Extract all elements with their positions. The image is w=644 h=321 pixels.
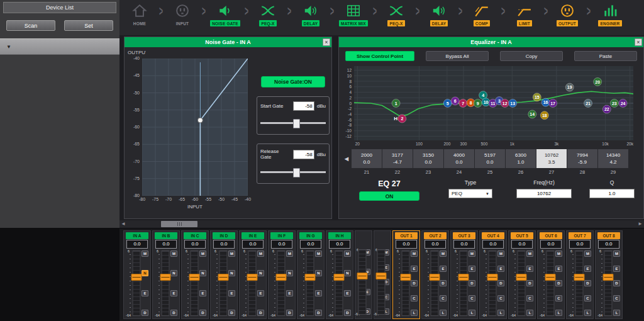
channel-strip-out-3[interactable]: OUT 30.06-64MEDCL — [450, 230, 478, 319]
fader[interactable] — [429, 249, 440, 317]
fader[interactable] — [458, 249, 469, 317]
channel-limit-button[interactable]: L — [555, 310, 562, 316]
channel-limit-button[interactable]: L — [497, 310, 504, 316]
noise-gate-plot[interactable] — [142, 59, 248, 196]
channel-gate-button[interactable]: N — [228, 270, 235, 276]
toolbar-item-limit[interactable]: LIMIT — [507, 0, 542, 26]
channel-mute-button[interactable]: M — [170, 251, 177, 257]
fader-handle[interactable] — [357, 273, 367, 279]
channel-eq-button[interactable]: E — [440, 266, 447, 272]
fader[interactable] — [275, 249, 286, 317]
eq-on-button[interactable]: ON — [359, 191, 419, 201]
channel-limit-button[interactable]: L — [526, 310, 533, 316]
channel-gate-button[interactable]: N — [315, 270, 322, 276]
fader[interactable] — [602, 249, 613, 317]
set-button[interactable]: Set — [64, 20, 113, 31]
eq-freq-input[interactable] — [516, 189, 572, 198]
release-gate-input[interactable] — [293, 150, 314, 159]
channel-strip-in-g[interactable]: IN G0.06-64MNED — [297, 230, 325, 319]
eq-plot[interactable]: 1H25678941011312131415161817192120222324 — [354, 66, 633, 140]
channel-mute-button[interactable]: M — [344, 251, 351, 257]
eq-band-cell-26[interactable]: 63001.0 — [506, 149, 536, 168]
eq-band-cell-28[interactable]: 7994-5.9 — [567, 149, 597, 168]
channel-eq-button[interactable]: E — [315, 290, 322, 296]
fader[interactable] — [218, 249, 228, 317]
channel-gain-value[interactable]: 0.0 — [184, 240, 206, 249]
toolbar-item-delay[interactable]: DELAY — [293, 0, 328, 26]
fader[interactable] — [400, 249, 411, 317]
fader-handle[interactable] — [160, 274, 170, 281]
fader-handle[interactable] — [375, 273, 386, 279]
channel-limit-button[interactable]: L — [411, 310, 418, 316]
fader-handle[interactable] — [458, 274, 469, 281]
channel-strip-in-c[interactable]: IN C0.06-64MNED — [181, 230, 209, 319]
start-gate-slider-handle[interactable] — [293, 119, 300, 128]
channel-limit-button[interactable]: L — [440, 310, 447, 316]
channel-gain-value[interactable]: 0.0 — [271, 240, 292, 249]
channel-gain-value[interactable]: 0.0 — [329, 240, 350, 249]
release-gate-slider[interactable] — [260, 168, 326, 176]
channel-eq-button[interactable]: E — [142, 290, 148, 296]
channel-delay-button[interactable]: D — [228, 310, 235, 316]
channel-delay-button[interactable]: D — [257, 310, 264, 316]
channel-delay-button[interactable]: D — [286, 310, 293, 316]
channel-comp-button[interactable]: C — [555, 295, 562, 301]
eq-band-cell-29[interactable]: 143404.2 — [598, 149, 628, 168]
toolbar-item-noise-gate[interactable]: NOISE GATE — [208, 0, 243, 26]
channel-comp-button[interactable]: C — [440, 295, 447, 301]
channel-mute-button[interactable]: M — [584, 251, 591, 257]
channel-gate-button[interactable]: N — [199, 270, 206, 276]
fader[interactable] — [333, 249, 344, 317]
channel-limit-button[interactable]: L — [613, 310, 620, 316]
channel-delay-button[interactable]: D — [315, 310, 322, 316]
fader[interactable] — [131, 249, 142, 317]
eq-band-cell-22[interactable]: 3177-4.7 — [382, 149, 413, 168]
fader-handle[interactable] — [602, 274, 613, 281]
channel-strip-in-e[interactable]: IN E0.06-64MNED — [239, 230, 267, 319]
channel-mute-button[interactable]: M — [526, 251, 533, 257]
fader-handle[interactable] — [333, 274, 344, 281]
channel-strip-in-b[interactable]: IN B0.06-64MNED — [152, 230, 180, 319]
channel-mute-button[interactable]: M — [411, 251, 418, 257]
channel-strip-in-d[interactable]: IN D0.06-64MNED — [210, 230, 238, 319]
channel-limit-button[interactable]: L — [584, 310, 591, 316]
channel-mute-button[interactable]: M — [469, 251, 475, 257]
fader[interactable] — [160, 249, 170, 317]
channel-delay-button[interactable]: D — [440, 280, 447, 286]
channel-comp-button[interactable]: C — [613, 295, 620, 301]
channel-gate-button[interactable]: N — [170, 270, 177, 276]
channel-gain-value[interactable]: 0.0 — [396, 240, 417, 249]
fader[interactable] — [304, 249, 315, 317]
channel-eq-button[interactable]: E — [228, 290, 235, 296]
toolbar-item-comp[interactable]: COMP — [464, 0, 499, 26]
fader-handle[interactable] — [247, 274, 257, 281]
channel-mute-button[interactable]: M — [440, 251, 447, 257]
channel-comp-button[interactable]: C — [497, 295, 504, 301]
noise-gate-on-button[interactable]: Noise Gate:ON — [261, 76, 325, 87]
channel-gate-button[interactable]: N — [344, 270, 351, 276]
scroll-left-icon[interactable]: ◄ — [119, 220, 127, 228]
channel-eq-button[interactable]: E — [469, 266, 475, 272]
fader-handle[interactable] — [429, 274, 440, 281]
eq-q-input[interactable] — [589, 189, 635, 198]
close-icon[interactable]: × — [323, 38, 330, 46]
channel-eq-button[interactable]: E — [584, 266, 591, 272]
fader-handle[interactable] — [304, 274, 315, 281]
channel-delay-button[interactable]: D — [584, 280, 591, 286]
channel-eq-button[interactable]: E — [526, 266, 533, 272]
eq-band-cell-24[interactable]: 40000.0 — [444, 149, 474, 168]
channel-limit-button[interactable]: L — [469, 310, 475, 316]
fader-handle[interactable] — [189, 274, 199, 281]
channel-comp-button[interactable]: C — [411, 295, 418, 301]
fader-handle[interactable] — [574, 274, 584, 281]
channel-strip-out-5[interactable]: OUT 50.06-64MEDCL — [508, 230, 536, 319]
channel-gain-value[interactable]: 0.0 — [598, 240, 619, 249]
eq-band-cell-21[interactable]: 20000.0 — [352, 149, 382, 168]
master-strip[interactable]: 6-64MNED — [355, 230, 372, 319]
channel-mute-button[interactable]: M — [315, 251, 322, 257]
channel-strip-in-f[interactable]: IN F0.06-64MNED — [268, 230, 296, 319]
show-control-point-button[interactable]: Show Control Point — [345, 51, 414, 61]
channel-eq-button[interactable]: E — [613, 266, 620, 272]
channel-mute-button[interactable]: M — [228, 251, 235, 257]
channel-mute-button[interactable]: M — [257, 251, 264, 257]
